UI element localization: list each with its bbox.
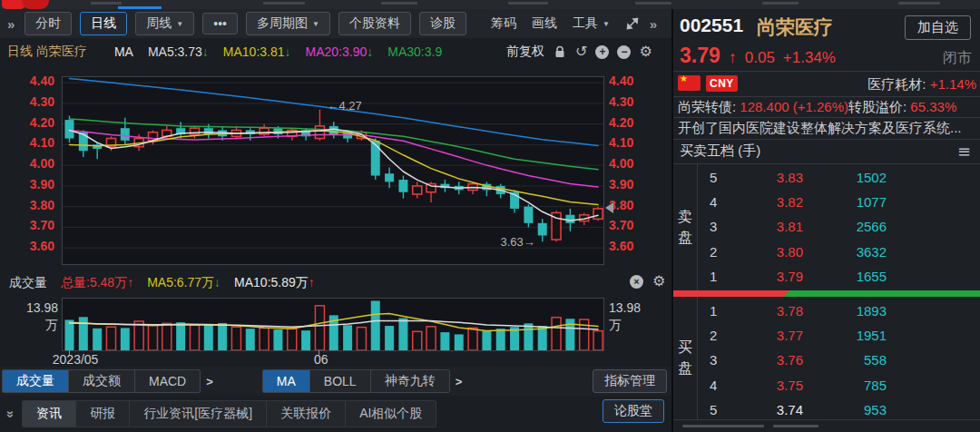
volume-axis-max-left: 13.98	[5, 300, 58, 315]
volume-pane-header: 成交量 总量:5.48万↑MA5:6.77万↓MA10:5.89万↑	[0, 270, 671, 296]
news-headline[interactable]: 开创了国内医院建设整体解决方案及医疗系统...	[678, 120, 975, 137]
ma-legend-item-3: MA20:3.90↓	[306, 44, 374, 59]
clipped-tab-text	[91, 2, 122, 5]
price: 3.76	[728, 352, 803, 368]
overlay-indicator-tab-3[interactable]: 神奇九转	[370, 370, 449, 392]
info-tab-3[interactable]: 行业资讯[医疗器械]	[129, 401, 266, 427]
forum-button[interactable]: 论股堂	[603, 399, 664, 423]
caret-down-icon: ▼	[312, 20, 319, 28]
settings-gear-icon[interactable]: ⚙	[639, 44, 652, 59]
volume-bar	[455, 334, 464, 350]
indicator-manage-button[interactable]: 指标管理	[593, 369, 667, 393]
volume-bar	[524, 323, 533, 350]
volume-bar	[385, 326, 394, 350]
toolbar-more-chevron-icon[interactable]: »	[648, 16, 659, 32]
toolbar-button-7[interactable]: 诊股	[419, 12, 466, 35]
toolbar-button-5[interactable]: 多周期图▼	[246, 12, 330, 35]
zoom-out-icon[interactable]: −	[617, 45, 631, 59]
toolbar-button-1[interactable]: 分时	[24, 12, 72, 35]
lock-icon[interactable]	[553, 44, 567, 59]
fullscreen-icon[interactable]	[625, 16, 640, 31]
app-logo-part	[22, 0, 49, 9]
info-tab-2[interactable]: 研报	[75, 401, 129, 427]
volume-bar	[106, 327, 115, 350]
volume-bar	[301, 330, 310, 350]
info-tab-1[interactable]: 资讯	[23, 401, 75, 427]
sub-indicator-tab-3[interactable]: MACD	[134, 370, 200, 392]
sub-indicator-tab-2[interactable]: 成交额	[68, 370, 134, 392]
sell-row-2[interactable]: 23.803632	[699, 240, 971, 264]
clipped-top-tabbar	[0, 0, 980, 9]
clipped-tab-text	[381, 2, 417, 5]
buy-row-3[interactable]: 33.76558	[699, 348, 971, 372]
candle-body	[398, 180, 407, 192]
candle-body	[385, 173, 394, 182]
chart-annotation: 3.63→	[500, 235, 534, 249]
buy-row-4[interactable]: 43.75785	[699, 373, 971, 398]
info-tab-4[interactable]: 关联报价	[266, 401, 345, 427]
toolbar-button-9[interactable]: 画线	[528, 13, 561, 34]
volume: 1893	[803, 303, 887, 319]
indicator-right-more-icon[interactable]: >	[450, 375, 468, 388]
candlestick-plot[interactable]: ←4.273.63→	[62, 76, 604, 265]
zoom-in-icon[interactable]: +	[595, 45, 609, 59]
toolbar-button-2[interactable]: 日线	[80, 12, 127, 35]
collapse-panel-icon[interactable]: »	[4, 410, 19, 417]
overlay-indicator-tab-2[interactable]: BOLL	[309, 370, 370, 392]
undo-icon[interactable]: ↺	[575, 44, 587, 59]
legend-period-stock: 日线 尚荣医疗	[7, 44, 87, 60]
sub-indicator-tab-1[interactable]: 成交量	[3, 370, 68, 392]
last-price: 3.79	[680, 44, 720, 68]
adjust-mode-button[interactable]: 前复权	[506, 44, 544, 60]
volume-bar	[121, 328, 130, 350]
industry-quote[interactable]: 医疗耗材: +1.14%	[867, 76, 976, 93]
toolbar-button-8[interactable]: 筹码	[487, 13, 520, 34]
quote-panel: 002551 尚荣医疗 加自选 3.79 ↑ 0.05 +1.34% 闭市 ★ …	[673, 9, 980, 432]
candle-body	[204, 128, 213, 134]
overlay-indicator-tab-1[interactable]: MA	[263, 370, 309, 392]
toolbar-button-3[interactable]: 周线▼	[135, 12, 194, 35]
volume-bar	[343, 325, 352, 350]
sell-row-1[interactable]: 13.791655	[699, 264, 971, 289]
toolbar-button-10[interactable]: 工具▼	[569, 13, 613, 34]
sell-row-3[interactable]: 33.812566	[699, 214, 971, 239]
candle-body	[593, 209, 603, 219]
buy-row-2[interactable]: 23.771951	[699, 323, 971, 348]
info-tab-5[interactable]: AI相似个股	[345, 401, 436, 427]
close-pane-icon[interactable]: ×	[630, 275, 643, 289]
price-tick-label: 4.20	[609, 115, 663, 130]
clipped-tab-text	[898, 2, 940, 5]
volume-bar	[496, 329, 505, 350]
down-arrow-icon: ↓	[285, 44, 291, 59]
sell-row-5[interactable]: 53.831502	[699, 165, 971, 190]
add-watchlist-button[interactable]: 加自选	[905, 15, 971, 40]
volume-bar	[246, 329, 255, 350]
volume: 785	[803, 378, 887, 393]
candle-body	[538, 223, 547, 236]
toolbar-button-4[interactable]: •••	[202, 13, 238, 34]
price: 3.78	[728, 303, 803, 319]
convertible-bond-quote[interactable]: 尚荣转债: 128.400 (+1.26%)转股溢价: 65.33%	[678, 99, 956, 116]
sell-row-4[interactable]: 43.821077	[699, 190, 971, 214]
toolbar-button-6[interactable]: 个股资料	[338, 12, 411, 35]
volume-bar	[315, 306, 324, 350]
level: 1	[710, 269, 728, 284]
level: 5	[710, 402, 728, 417]
buy-row-1[interactable]: 13.781893	[699, 299, 971, 323]
price-row: 3.79 ↑ 0.05 +1.34%	[680, 44, 836, 68]
volume-bar	[580, 319, 589, 350]
toolbar-back-chevron-icon[interactable]: »	[5, 16, 16, 32]
volume-settings-gear-icon[interactable]: ⚙	[652, 274, 665, 289]
volume-plot[interactable]	[62, 298, 604, 351]
legend-ma-title[interactable]: MA	[114, 44, 133, 59]
indicator-left-more-icon[interactable]: >	[201, 375, 219, 388]
volume-bar	[552, 318, 561, 350]
volume-bar	[204, 325, 213, 351]
buy-row-5[interactable]: 53.74953	[699, 398, 971, 422]
ma-legend-item-2: MA10:3.81↓	[223, 44, 291, 59]
volume-legend-item-1: 总量:5.48万↑	[61, 275, 133, 291]
volume-pane-title[interactable]: 成交量	[9, 275, 47, 291]
order-book-menu-icon[interactable]: ≡	[957, 142, 971, 161]
volume-bar	[288, 329, 297, 350]
down-arrow-icon: ↓	[214, 275, 220, 290]
